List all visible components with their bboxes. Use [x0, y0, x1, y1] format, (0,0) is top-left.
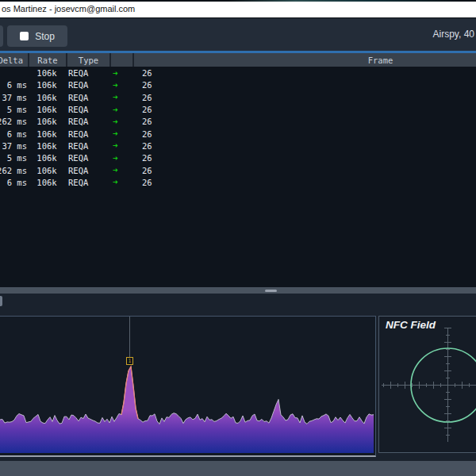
table-row[interactable]: 6 ms 106k REQA ➜ 26 [0, 176, 476, 188]
cell-type: REQA [66, 152, 109, 164]
cell-rate: 106k [28, 116, 66, 128]
direction-arrow-icon: ➜ [109, 67, 132, 79]
cell-type: REQA [66, 103, 109, 115]
direction-arrow-icon: ➜ [109, 164, 132, 176]
column-header-direction[interactable] [109, 53, 132, 67]
frames-table: Delta Rate Type Frame 106k REQA ➜ 26 6 m… [0, 53, 476, 287]
peak-marker[interactable]: 1 [126, 357, 133, 365]
cell-rate: 106k [28, 140, 66, 152]
app-window: os Martinez - josevcm@gmail.com Stop Air… [0, 0, 476, 476]
cell-frame: 26 [132, 67, 476, 79]
window-titlebar[interactable]: os Martinez - josevcm@gmail.com [0, 2, 476, 17]
table-row[interactable]: 6 ms 106k REQA ➜ 26 [0, 128, 476, 140]
column-header-type[interactable]: Type [66, 53, 109, 67]
cell-frame: 26 [132, 152, 476, 164]
stop-button-label: Stop [35, 31, 55, 42]
table-row[interactable]: 262 ms 106k REQA ➜ 26 [0, 164, 476, 176]
table-row[interactable]: 106k REQA ➜ 26 [0, 67, 476, 79]
cell-type: REQA [66, 164, 109, 176]
device-status-label: Airspy, 40 [433, 29, 474, 40]
cell-type: REQA [66, 67, 109, 79]
direction-arrow-icon: ➜ [109, 176, 132, 188]
direction-arrow-icon: ➜ [109, 103, 132, 115]
cell-frame: 26 [132, 164, 476, 176]
cell-type: REQA [66, 79, 109, 91]
cell-frame: 26 [132, 140, 476, 152]
direction-arrow-icon: ➜ [109, 116, 132, 128]
cell-delta: 37 ms [0, 91, 28, 103]
nfc-field-scope [379, 317, 476, 452]
cell-frame: 26 [132, 103, 476, 115]
table-header-row: Delta Rate Type Frame [0, 53, 476, 67]
direction-arrow-icon: ➜ [109, 91, 132, 103]
table-row[interactable]: 5 ms 106k REQA ➜ 26 [0, 103, 476, 115]
cell-rate: 106k [28, 176, 66, 188]
stop-icon [20, 32, 29, 40]
cell-delta: 6 ms [0, 176, 28, 188]
spectrum-plot[interactable]: 1 [0, 316, 376, 457]
cell-frame: 26 [132, 116, 476, 128]
cell-frame: 26 [132, 91, 476, 103]
direction-arrow-icon: ➜ [109, 140, 132, 152]
direction-arrow-icon: ➜ [109, 128, 132, 140]
peak-marker-label: 1 [129, 359, 132, 364]
cell-delta: 5 ms [0, 152, 28, 164]
cell-type: REQA [66, 128, 109, 140]
spectrum-waveform [0, 317, 374, 455]
column-header-rate[interactable]: Rate [28, 53, 66, 67]
horizontal-splitter[interactable] [0, 287, 476, 294]
table-body: 106k REQA ➜ 26 6 ms 106k REQA ➜ 26 37 ms… [0, 67, 476, 189]
cell-delta: 37 ms [0, 140, 28, 152]
cell-delta: 6 ms [0, 128, 28, 140]
cell-type: REQA [66, 176, 109, 188]
cell-delta: 5 ms [0, 103, 28, 115]
cell-rate: 106k [28, 91, 66, 103]
cell-delta: 262 ms [0, 116, 28, 128]
partial-panel-edge [0, 296, 2, 306]
nfc-field-title: NFC Field [386, 319, 436, 331]
toolbar: Stop Airspy, 40 [0, 17, 476, 51]
partial-toolbar-button[interactable] [0, 25, 3, 47]
table-row[interactable]: 262 ms 106k REQA ➜ 26 [0, 116, 476, 128]
cell-rate: 106k [28, 152, 66, 164]
cell-delta: 6 ms [0, 79, 28, 91]
cell-frame: 26 [132, 79, 476, 91]
table-row[interactable]: 5 ms 106k REQA ➜ 26 [0, 152, 476, 164]
bottom-splitter-bar[interactable] [0, 461, 476, 476]
window-title: os Martinez - josevcm@gmail.com [2, 4, 135, 13]
cell-rate: 106k [28, 103, 66, 115]
table-row[interactable]: 37 ms 106k REQA ➜ 26 [0, 140, 476, 152]
cell-rate: 106k [28, 128, 66, 140]
splitter-handle-icon [265, 290, 277, 292]
cell-type: REQA [66, 91, 109, 103]
direction-arrow-icon: ➜ [109, 152, 132, 164]
cell-type: REQA [66, 116, 109, 128]
cell-rate: 106k [28, 67, 66, 79]
direction-arrow-icon: ➜ [109, 79, 132, 91]
column-header-delta[interactable]: Delta [0, 53, 28, 67]
cell-frame: 26 [132, 176, 476, 188]
cell-rate: 106k [28, 79, 66, 91]
nfc-field-panel: NFC Field [378, 316, 476, 453]
cell-rate: 106k [28, 164, 66, 176]
cell-delta: 262 ms [0, 164, 28, 176]
table-row[interactable]: 37 ms 106k REQA ➜ 26 [0, 91, 476, 103]
column-header-frame[interactable]: Frame [132, 53, 476, 67]
stop-button[interactable]: Stop [7, 25, 67, 47]
cell-frame: 26 [132, 128, 476, 140]
cell-type: REQA [66, 140, 109, 152]
cell-delta [0, 67, 28, 79]
table-row[interactable]: 6 ms 106k REQA ➜ 26 [0, 79, 476, 91]
